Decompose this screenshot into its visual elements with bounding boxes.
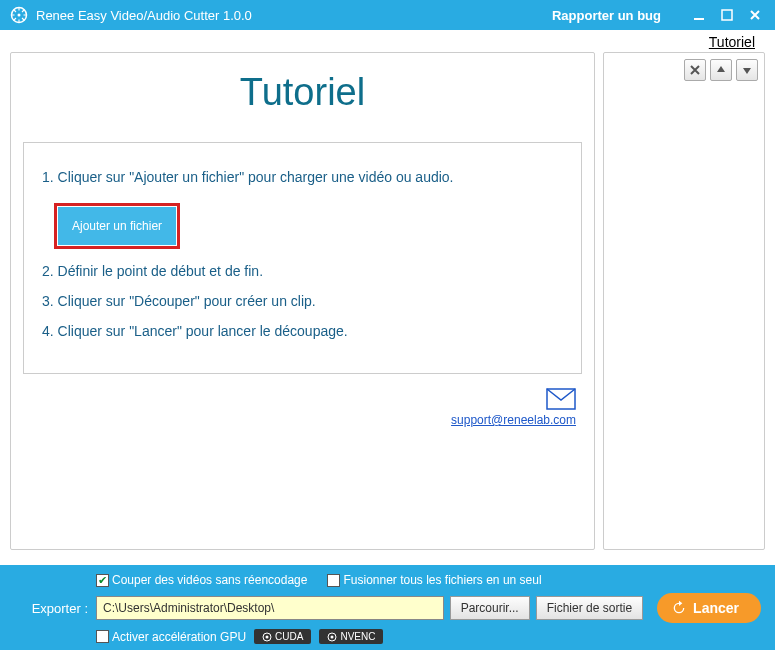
tutorial-step-2: 2. Définir le point de début et de fin. [42, 263, 563, 279]
gpu-accel-checkbox[interactable]: Activer accélération GPU [96, 630, 246, 644]
checkbox-checked-icon: ✔ [96, 574, 109, 587]
tutorial-steps-box: 1. Cliquer sur "Ajouter un fichier" pour… [23, 142, 582, 374]
tutorial-step-1: 1. Cliquer sur "Ajouter un fichier" pour… [42, 169, 563, 185]
mail-icon [546, 388, 576, 413]
export-path-input[interactable] [96, 596, 444, 620]
highlight-box: Ajouter un fichier [54, 203, 180, 249]
minimize-button[interactable] [689, 5, 709, 25]
checkbox-empty-icon [327, 574, 340, 587]
move-up-button[interactable] [710, 59, 732, 81]
bottom-bar: ✔ Couper des vidéos sans réencodage Fusi… [0, 565, 775, 650]
remove-item-button[interactable] [684, 59, 706, 81]
browse-button[interactable]: Parcourir... [450, 596, 530, 620]
nvenc-badge: NVENC [319, 629, 383, 644]
move-down-button[interactable] [736, 59, 758, 81]
checkbox-empty-icon [96, 630, 109, 643]
svg-rect-3 [722, 10, 732, 20]
close-button[interactable] [745, 5, 765, 25]
export-label: Exporter : [14, 601, 90, 616]
support-email-link[interactable]: support@reneelab.com [23, 413, 576, 427]
cut-no-reencode-label: Couper des vidéos sans réencodage [112, 573, 307, 587]
add-file-button[interactable]: Ajouter un fichier [58, 207, 176, 245]
nvidia-eye-icon [262, 632, 272, 642]
svg-rect-2 [694, 18, 704, 20]
app-title: Renee Easy Video/Audio Cutter 1.0.0 [36, 8, 252, 23]
merge-all-label: Fusionner tous les fichiers en un seul [343, 573, 541, 587]
gpu-accel-label: Activer accélération GPU [112, 630, 246, 644]
svg-point-8 [331, 635, 334, 638]
tutorial-step-4: 4. Cliquer sur "Lancer" pour lancer le d… [42, 323, 563, 339]
merge-all-checkbox[interactable]: Fusionner tous les fichiers en un seul [327, 573, 541, 587]
titlebar: Renee Easy Video/Audio Cutter 1.0.0 Rapp… [0, 0, 775, 30]
svg-point-6 [266, 635, 269, 638]
output-file-button[interactable]: Fichier de sortie [536, 596, 643, 620]
maximize-button[interactable] [717, 5, 737, 25]
svg-point-1 [18, 14, 21, 17]
side-panel [603, 52, 765, 550]
nvidia-eye-icon [327, 632, 337, 642]
tutorial-step-3: 3. Cliquer sur "Découper" pour créer un … [42, 293, 563, 309]
launch-label: Lancer [693, 600, 739, 616]
tutorial-link[interactable]: Tutoriel [709, 34, 755, 50]
main-panel: Tutoriel 1. Cliquer sur "Ajouter un fich… [10, 52, 595, 550]
app-logo-icon [10, 6, 28, 24]
cut-no-reencode-checkbox[interactable]: ✔ Couper des vidéos sans réencodage [96, 573, 307, 587]
tutorial-heading: Tutoriel [23, 71, 582, 114]
cuda-badge: CUDA [254, 629, 311, 644]
report-bug-link[interactable]: Rapporter un bug [552, 8, 661, 23]
refresh-icon [671, 600, 687, 616]
launch-button[interactable]: Lancer [657, 593, 761, 623]
